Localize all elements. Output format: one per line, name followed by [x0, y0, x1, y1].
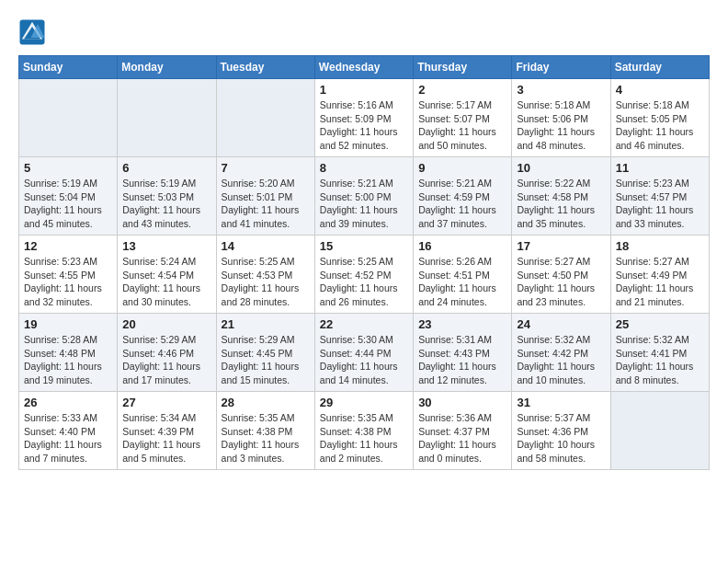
calendar-cell: 6Sunrise: 5:19 AM Sunset: 5:03 PM Daylig… [118, 157, 216, 236]
day-info: Sunrise: 5:32 AM Sunset: 4:42 PM Dayligh… [517, 333, 605, 387]
calendar-week-row: 12Sunrise: 5:23 AM Sunset: 4:55 PM Dayli… [19, 236, 710, 314]
day-number: 2 [418, 83, 506, 97]
calendar-week-row: 19Sunrise: 5:28 AM Sunset: 4:48 PM Dayli… [19, 314, 710, 392]
day-number: 7 [222, 161, 310, 175]
calendar-cell [19, 79, 118, 157]
calendar-table: SundayMondayTuesdayWednesdayThursdayFrid… [18, 55, 710, 470]
calendar-cell: 24Sunrise: 5:32 AM Sunset: 4:42 PM Dayli… [512, 314, 610, 392]
day-number: 22 [320, 317, 408, 331]
calendar-cell: 2Sunrise: 5:17 AM Sunset: 5:07 PM Daylig… [414, 79, 512, 157]
day-number: 18 [616, 239, 704, 253]
day-number: 1 [320, 83, 408, 97]
calendar-cell: 27Sunrise: 5:34 AM Sunset: 4:39 PM Dayli… [118, 392, 216, 470]
day-info: Sunrise: 5:20 AM Sunset: 5:01 PM Dayligh… [222, 177, 310, 231]
calendar-week-row: 5Sunrise: 5:19 AM Sunset: 5:04 PM Daylig… [19, 157, 710, 236]
calendar-cell: 7Sunrise: 5:20 AM Sunset: 5:01 PM Daylig… [216, 157, 314, 236]
col-header-monday: Monday [118, 56, 216, 79]
col-header-tuesday: Tuesday [216, 56, 314, 79]
day-info: Sunrise: 5:34 AM Sunset: 4:39 PM Dayligh… [122, 411, 210, 465]
day-number: 29 [320, 396, 408, 409]
day-info: Sunrise: 5:21 AM Sunset: 5:00 PM Dayligh… [320, 177, 408, 231]
calendar-week-row: 26Sunrise: 5:33 AM Sunset: 4:40 PM Dayli… [19, 392, 710, 470]
day-number: 16 [418, 239, 506, 253]
calendar-cell: 5Sunrise: 5:19 AM Sunset: 5:04 PM Daylig… [19, 157, 118, 236]
calendar-cell [216, 79, 314, 157]
col-header-wednesday: Wednesday [314, 56, 413, 79]
calendar-cell: 28Sunrise: 5:35 AM Sunset: 4:38 PM Dayli… [216, 392, 314, 470]
day-info: Sunrise: 5:25 AM Sunset: 4:53 PM Dayligh… [222, 255, 310, 309]
calendar-cell: 21Sunrise: 5:29 AM Sunset: 4:45 PM Dayli… [216, 314, 314, 392]
day-info: Sunrise: 5:32 AM Sunset: 4:41 PM Dayligh… [616, 333, 704, 387]
day-info: Sunrise: 5:27 AM Sunset: 4:50 PM Dayligh… [517, 255, 605, 309]
day-info: Sunrise: 5:19 AM Sunset: 5:04 PM Dayligh… [24, 177, 112, 231]
day-info: Sunrise: 5:26 AM Sunset: 4:51 PM Dayligh… [418, 255, 506, 309]
day-info: Sunrise: 5:19 AM Sunset: 5:03 PM Dayligh… [122, 177, 210, 231]
day-info: Sunrise: 5:24 AM Sunset: 4:54 PM Dayligh… [122, 255, 210, 309]
calendar-cell: 1Sunrise: 5:16 AM Sunset: 5:09 PM Daylig… [314, 79, 413, 157]
calendar-cell: 15Sunrise: 5:25 AM Sunset: 4:52 PM Dayli… [314, 236, 413, 314]
day-info: Sunrise: 5:37 AM Sunset: 4:36 PM Dayligh… [517, 411, 605, 465]
day-info: Sunrise: 5:29 AM Sunset: 4:46 PM Dayligh… [122, 333, 210, 387]
calendar-cell: 30Sunrise: 5:36 AM Sunset: 4:37 PM Dayli… [414, 392, 512, 470]
day-number: 19 [24, 317, 112, 331]
calendar-cell: 18Sunrise: 5:27 AM Sunset: 4:49 PM Dayli… [610, 236, 709, 314]
day-info: Sunrise: 5:33 AM Sunset: 4:40 PM Dayligh… [24, 411, 112, 465]
day-number: 23 [418, 317, 506, 331]
calendar-header-row: SundayMondayTuesdayWednesdayThursdayFrid… [19, 56, 710, 79]
day-info: Sunrise: 5:18 AM Sunset: 5:06 PM Dayligh… [517, 98, 605, 153]
day-number: 14 [222, 239, 310, 253]
col-header-saturday: Saturday [610, 56, 709, 79]
day-info: Sunrise: 5:17 AM Sunset: 5:07 PM Dayligh… [418, 98, 506, 153]
day-number: 20 [122, 317, 210, 331]
calendar-cell: 13Sunrise: 5:24 AM Sunset: 4:54 PM Dayli… [118, 236, 216, 314]
day-info: Sunrise: 5:25 AM Sunset: 4:52 PM Dayligh… [320, 255, 408, 309]
day-info: Sunrise: 5:21 AM Sunset: 4:59 PM Dayligh… [418, 177, 506, 231]
day-number: 15 [320, 239, 408, 253]
day-info: Sunrise: 5:35 AM Sunset: 4:38 PM Dayligh… [222, 411, 310, 465]
day-number: 8 [320, 161, 408, 175]
day-number: 12 [24, 239, 112, 253]
day-number: 11 [616, 161, 704, 175]
calendar-cell: 26Sunrise: 5:33 AM Sunset: 4:40 PM Dayli… [19, 392, 118, 470]
calendar-cell: 16Sunrise: 5:26 AM Sunset: 4:51 PM Dayli… [414, 236, 512, 314]
calendar-cell: 10Sunrise: 5:22 AM Sunset: 4:58 PM Dayli… [512, 157, 610, 236]
logo-icon [18, 18, 46, 46]
calendar-cell: 31Sunrise: 5:37 AM Sunset: 4:36 PM Dayli… [512, 392, 610, 470]
page-header [18, 18, 710, 46]
day-number: 10 [517, 161, 605, 175]
calendar-cell: 12Sunrise: 5:23 AM Sunset: 4:55 PM Dayli… [19, 236, 118, 314]
calendar-cell: 25Sunrise: 5:32 AM Sunset: 4:41 PM Dayli… [610, 314, 709, 392]
day-info: Sunrise: 5:35 AM Sunset: 4:38 PM Dayligh… [320, 411, 408, 465]
calendar-cell: 3Sunrise: 5:18 AM Sunset: 5:06 PM Daylig… [512, 79, 610, 157]
col-header-thursday: Thursday [414, 56, 512, 79]
logo [18, 18, 50, 46]
calendar-cell: 19Sunrise: 5:28 AM Sunset: 4:48 PM Dayli… [19, 314, 118, 392]
calendar-week-row: 1Sunrise: 5:16 AM Sunset: 5:09 PM Daylig… [19, 79, 710, 157]
calendar-cell [118, 79, 216, 157]
day-number: 26 [24, 396, 112, 409]
day-info: Sunrise: 5:18 AM Sunset: 5:05 PM Dayligh… [616, 98, 704, 153]
day-number: 5 [24, 161, 112, 175]
day-info: Sunrise: 5:36 AM Sunset: 4:37 PM Dayligh… [418, 411, 506, 465]
day-number: 17 [517, 239, 605, 253]
calendar-cell: 29Sunrise: 5:35 AM Sunset: 4:38 PM Dayli… [314, 392, 413, 470]
day-info: Sunrise: 5:22 AM Sunset: 4:58 PM Dayligh… [517, 177, 605, 231]
day-number: 28 [222, 396, 310, 409]
calendar-cell: 4Sunrise: 5:18 AM Sunset: 5:05 PM Daylig… [610, 79, 709, 157]
col-header-sunday: Sunday [19, 56, 118, 79]
col-header-friday: Friday [512, 56, 610, 79]
day-info: Sunrise: 5:23 AM Sunset: 4:57 PM Dayligh… [616, 177, 704, 231]
day-number: 27 [122, 396, 210, 409]
calendar-cell: 23Sunrise: 5:31 AM Sunset: 4:43 PM Dayli… [414, 314, 512, 392]
day-info: Sunrise: 5:27 AM Sunset: 4:49 PM Dayligh… [616, 255, 704, 309]
day-number: 21 [222, 317, 310, 331]
day-info: Sunrise: 5:30 AM Sunset: 4:44 PM Dayligh… [320, 333, 408, 387]
day-info: Sunrise: 5:23 AM Sunset: 4:55 PM Dayligh… [24, 255, 112, 309]
calendar-cell [610, 392, 709, 470]
day-number: 9 [418, 161, 506, 175]
calendar-cell: 8Sunrise: 5:21 AM Sunset: 5:00 PM Daylig… [314, 157, 413, 236]
calendar-cell: 9Sunrise: 5:21 AM Sunset: 4:59 PM Daylig… [414, 157, 512, 236]
day-number: 6 [122, 161, 210, 175]
day-number: 3 [517, 83, 605, 97]
day-number: 30 [418, 396, 506, 409]
